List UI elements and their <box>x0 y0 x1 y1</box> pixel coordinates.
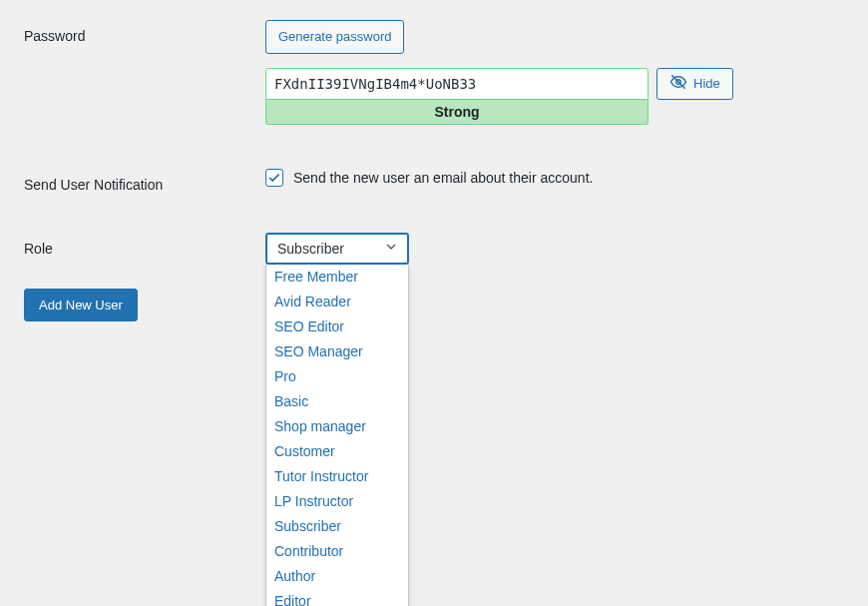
password-label: Password <box>24 20 265 44</box>
hide-button-label: Hide <box>693 76 720 91</box>
role-option[interactable]: Customer <box>266 439 408 464</box>
password-input-wrap: Strong Hide <box>265 68 868 125</box>
check-icon <box>267 171 281 185</box>
chevron-down-icon <box>383 239 399 258</box>
password-field-group: Generate password Strong Hide <box>265 20 868 125</box>
notification-checkbox-row: Send the new user an email about their a… <box>265 169 868 187</box>
add-user-form: Password Generate password Strong <box>0 0 868 265</box>
role-option[interactable]: Editor <box>266 589 408 607</box>
notification-field: Send the new user an email about their a… <box>265 169 868 187</box>
role-option[interactable]: Tutor Instructor <box>266 464 408 489</box>
generate-password-button[interactable]: Generate password <box>265 20 404 54</box>
submit-row: Add New User <box>0 281 868 322</box>
hide-password-button[interactable]: Hide <box>656 68 733 100</box>
role-select-wrap: Subscriber Free MemberAvid ReaderSEO Edi… <box>265 233 409 265</box>
role-option[interactable]: Basic <box>266 389 408 414</box>
eye-slash-icon <box>669 73 687 94</box>
notification-text: Send the new user an email about their a… <box>293 170 593 186</box>
password-row: Password Generate password Strong <box>24 20 868 125</box>
role-option[interactable]: Pro <box>266 364 408 389</box>
notification-checkbox[interactable] <box>265 169 283 187</box>
password-input[interactable] <box>265 68 649 100</box>
role-option[interactable]: Free Member <box>266 265 408 290</box>
role-option[interactable]: Subscriber <box>266 514 408 539</box>
role-selected-value: Subscriber <box>277 241 344 257</box>
role-row: Role Subscriber Free MemberAvid ReaderSE… <box>24 233 868 265</box>
role-label: Role <box>24 233 265 257</box>
role-option[interactable]: Shop manager <box>266 414 408 439</box>
role-option[interactable]: SEO Editor <box>266 314 408 339</box>
password-column: Strong <box>265 68 649 125</box>
role-option[interactable]: Avid Reader <box>266 290 408 314</box>
role-option[interactable]: Contributor <box>266 539 408 564</box>
role-select[interactable]: Subscriber <box>265 233 409 265</box>
role-option[interactable]: SEO Manager <box>266 339 408 364</box>
role-option[interactable]: LP Instructor <box>266 489 408 514</box>
password-strength-indicator: Strong <box>265 100 649 125</box>
role-option[interactable]: Author <box>266 564 408 589</box>
add-new-user-button[interactable]: Add New User <box>24 289 138 322</box>
role-dropdown[interactable]: Free MemberAvid ReaderSEO EditorSEO Mana… <box>265 265 409 607</box>
notification-row: Send User Notification Send the new user… <box>24 169 868 193</box>
role-field: Subscriber Free MemberAvid ReaderSEO Edi… <box>265 233 868 265</box>
notification-label: Send User Notification <box>24 169 265 193</box>
